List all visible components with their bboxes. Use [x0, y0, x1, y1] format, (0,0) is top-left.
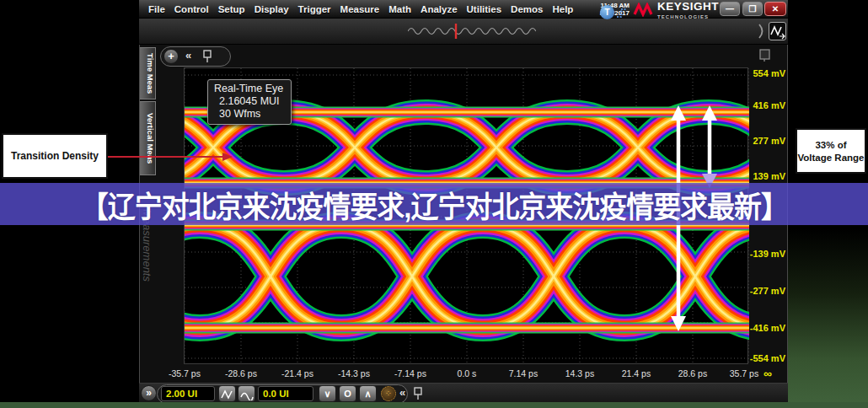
transition-density-callout: Transition Density: [2, 133, 108, 179]
sine-wave-icon[interactable]: [238, 385, 255, 402]
menu-item-help[interactable]: Help: [552, 4, 573, 14]
pin-icon[interactable]: [413, 387, 423, 400]
eye-info-box: Real-Time Eye 2.16045 MUI 30 Wfms: [207, 79, 292, 125]
menu-item-trigger[interactable]: Trigger: [298, 4, 331, 14]
menu-item-setup[interactable]: Setup: [218, 4, 245, 14]
menu-item-math[interactable]: Math: [388, 4, 411, 14]
banner-text: 【辽宁对北京来沈疫情要求,辽宁对北京来沈疫情要求最新】: [80, 183, 787, 226]
horizontal-scale-field[interactable]: 2.00 UI: [161, 386, 215, 401]
trigger-source-icon[interactable]: T: [600, 5, 614, 19]
brand-logo: KEYSIGHT TECHNOLOGIES: [657, 2, 719, 22]
brand-subtitle: TECHNOLOGIES: [657, 12, 719, 22]
y-label: 277 mV: [748, 136, 785, 146]
zero-position-button[interactable]: O: [339, 385, 356, 402]
minimize-button[interactable]: —: [720, 2, 740, 16]
collapse-left-icon[interactable]: «: [185, 49, 191, 62]
chevron-down-icon[interactable]: ∨: [319, 385, 336, 402]
bottom-strip: [0, 402, 868, 408]
y-label: 139 mV: [748, 171, 785, 181]
info-title: Real-Time Eye: [214, 83, 285, 95]
horizontal-position-strip[interactable]: [408, 22, 536, 40]
pin-icon[interactable]: [202, 50, 212, 63]
x-label: 35.7 ps: [718, 368, 770, 378]
auto-scale-icon[interactable]: [769, 22, 786, 40]
menu-item-utilities[interactable]: Utilities: [467, 4, 502, 14]
voltage-range-line1: 33% of: [797, 139, 865, 152]
voltage-range-arrow: [702, 105, 717, 188]
info-mui: 2.16045 MUI: [214, 95, 285, 108]
horizontal-position-field[interactable]: 0.0 UI: [258, 386, 313, 401]
y-label: 554 mV: [748, 68, 785, 78]
screen-icon[interactable]: [758, 48, 772, 62]
x-label: -7.14 ps: [384, 368, 437, 378]
marker-icon[interactable]: [757, 23, 767, 40]
keysight-logo-icon: [633, 3, 655, 17]
menu-item-display[interactable]: Display: [255, 4, 289, 14]
menu-item-analyze[interactable]: Analyze: [421, 4, 457, 14]
y-label: -277 mV: [748, 286, 785, 296]
trigger-edge-icon[interactable]: [616, 7, 630, 19]
y-label: -139 mV: [748, 249, 785, 259]
restore-button[interactable]: ❐: [742, 2, 763, 16]
expand-panel-button[interactable]: »: [141, 385, 157, 401]
x-label: 0.0 s: [441, 368, 493, 378]
add-measurement-button[interactable]: +: [163, 49, 179, 64]
infinite-persistence-icon[interactable]: ∞: [764, 367, 772, 380]
menu-item-control[interactable]: Control: [174, 4, 209, 14]
x-label: 14.3 ps: [554, 368, 606, 378]
y-label: -416 mV: [748, 323, 785, 333]
collapse-panel-icon[interactable]: «: [399, 386, 405, 399]
zigzag-wave-icon[interactable]: [218, 385, 236, 402]
close-button[interactable]: ✕: [764, 2, 786, 16]
x-label: -14.3 ps: [328, 368, 380, 378]
tab-vertical-meas[interactable]: Vertical Meas: [140, 101, 156, 175]
x-label: -21.4 ps: [271, 368, 324, 378]
callout-arrow: [108, 150, 234, 164]
y-label: -554 mV: [748, 353, 785, 363]
brand-name: KEYSIGHT: [657, 2, 719, 12]
measurements-watermark: Measurements: [141, 209, 153, 369]
info-wfms: 30 Wfms: [214, 108, 285, 121]
menu-item-demos[interactable]: Demos: [511, 4, 543, 14]
overlay-banner: 【辽宁对北京来沈疫情要求,辽宁对北京来沈疫情要求最新】: [0, 183, 868, 225]
menu-item-file[interactable]: File: [148, 4, 165, 14]
menu-item-measure[interactable]: Measure: [340, 4, 380, 14]
tab-time-meas[interactable]: Time Meas: [140, 47, 156, 99]
x-label: 21.4 ps: [610, 368, 662, 378]
chevron-up-icon[interactable]: ∧: [359, 385, 377, 402]
x-label: -35.7 ps: [158, 368, 211, 378]
touch-screen-icon[interactable]: ⁘: [381, 386, 396, 401]
voltage-range-callout: 33% of Voltage Range: [796, 128, 866, 174]
x-label: 28.6 ps: [667, 368, 719, 378]
x-label: 7.14 ps: [497, 368, 549, 378]
x-label: -28.6 ps: [215, 368, 267, 378]
voltage-range-line2: Voltage Range: [797, 152, 865, 164]
y-label: 416 mV: [748, 100, 785, 110]
